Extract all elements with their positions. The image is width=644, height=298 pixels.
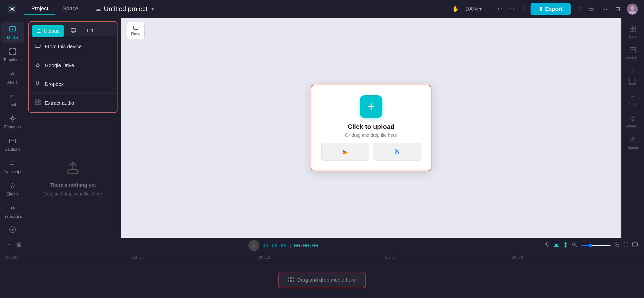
from-device-item[interactable]: From this device	[29, 37, 117, 56]
sidebar-item-captions[interactable]: Captions	[1, 134, 24, 155]
collapse-sidebar-button[interactable]	[6, 223, 19, 237]
ratio-icon	[133, 25, 139, 31]
transitions-icon	[9, 205, 16, 213]
right-item-smart-tools[interactable]: Smart tools	[622, 65, 644, 89]
right-item-audio[interactable]: Audio	[622, 90, 644, 111]
split-view-button[interactable]: ⊟	[614, 4, 622, 14]
google-drive-item[interactable]: Google Drive	[29, 56, 117, 75]
plus-icon: +	[367, 100, 375, 113]
play-preview-button[interactable]: ▷	[438, 4, 446, 14]
ruler-mark-3: 00:15	[385, 255, 511, 260]
zoom-out-button[interactable]	[572, 242, 578, 249]
delete-button[interactable]	[16, 242, 22, 249]
sidebar-item-templates-label: Templates	[3, 58, 22, 62]
total-time: 00:00:00	[294, 242, 318, 249]
time-divider: |	[290, 243, 291, 248]
svg-line-69	[618, 246, 619, 247]
export-button[interactable]: ⬆ Export	[531, 3, 571, 15]
project-title[interactable]: Untitled project	[104, 5, 147, 13]
redo-button[interactable]: ↪	[509, 4, 516, 14]
trim-button[interactable]	[6, 242, 12, 249]
monitor-button[interactable]	[632, 242, 638, 249]
upload-tab-device[interactable]	[66, 25, 81, 37]
split-timeline-button[interactable]	[562, 242, 569, 249]
google-drive-modal-button[interactable]	[321, 143, 369, 161]
svg-rect-44	[630, 26, 633, 29]
upload-modal-buttons	[321, 143, 421, 161]
zoom-slider[interactable]	[581, 245, 611, 246]
fullscreen-timeline-button[interactable]	[623, 242, 629, 249]
transcript-icon	[9, 160, 16, 169]
sidebar-item-effects[interactable]: Effects	[1, 179, 24, 200]
play-button[interactable]: ▷	[248, 240, 259, 251]
tab-space[interactable]: Space	[55, 3, 85, 15]
dropbox-icon	[35, 80, 41, 88]
basic-label: Basic	[628, 35, 637, 39]
upload-tab-upload[interactable]: Upload	[32, 25, 64, 37]
svg-line-65	[576, 246, 577, 247]
help-button[interactable]: ?	[576, 4, 582, 14]
upload-plus-button[interactable]: +	[360, 95, 382, 118]
svg-point-12	[11, 117, 14, 120]
chevron-down-icon[interactable]: ▾	[151, 6, 154, 12]
speed-label: Speed	[628, 145, 638, 150]
sidebar-item-transitions[interactable]: Transitions	[1, 201, 24, 222]
microphone-button[interactable]	[544, 242, 550, 249]
sidebar-item-media[interactable]: Media	[1, 22, 24, 43]
extract-audio-icon	[35, 99, 41, 107]
sidebar-item-text[interactable]: T Text	[1, 89, 24, 111]
timeline-playback-controls: ▷ 00:00:00 | 00:00:00	[248, 240, 318, 251]
video-icon	[87, 28, 93, 34]
upload-cloud-icon	[36, 28, 42, 34]
undo-button[interactable]: ↩	[496, 4, 504, 14]
right-audio-icon	[630, 94, 636, 102]
svg-rect-8	[13, 48, 16, 51]
sidebar-item-captions-label: Captions	[5, 147, 20, 152]
right-item-basic[interactable]: Basic	[622, 22, 644, 42]
timeline-area: ▷ 00:00:00 | 00:00:00	[0, 238, 644, 298]
more-button[interactable]: ···	[601, 4, 609, 14]
ruler-mark-1: 00:05	[132, 255, 259, 260]
sidebar-item-audio[interactable]: Audio	[1, 67, 24, 88]
sidebar-item-templates[interactable]: Templates	[1, 44, 24, 66]
hand-tool-button[interactable]: ✋	[451, 4, 460, 14]
zoom-chevron-icon[interactable]: ▾	[479, 6, 482, 12]
zoom-in-button[interactable]	[614, 242, 620, 249]
animate-icon	[630, 115, 636, 123]
dropbox-item[interactable]: Dropbox	[29, 75, 117, 93]
tab-project[interactable]: Project	[24, 3, 55, 15]
dropbox-modal-button[interactable]	[373, 143, 421, 161]
svg-rect-73	[289, 277, 291, 279]
sidebar-item-transcript[interactable]: Transcript	[1, 156, 24, 178]
svg-rect-41	[35, 103, 37, 105]
ratio-button[interactable]: Ratio	[127, 22, 145, 39]
upload-modal-title: Click to upload	[348, 123, 394, 131]
effects-icon	[9, 182, 16, 191]
sidebar-item-elements[interactable]: Elements	[1, 112, 24, 133]
logo[interactable]	[6, 3, 18, 15]
empty-state: There's nothing yet Drag and drop your f…	[25, 116, 120, 238]
timeline-drop-label: Drag and drop media here	[297, 277, 356, 283]
right-item-background[interactable]: Backgr...	[622, 43, 644, 64]
svg-point-4	[630, 6, 634, 10]
zoom-control[interactable]: 100% ▾	[465, 6, 482, 12]
right-item-speed[interactable]: Speed	[622, 133, 644, 153]
svg-rect-46	[630, 29, 633, 32]
svg-rect-39	[35, 100, 37, 102]
caption-timeline-button[interactable]	[553, 242, 559, 249]
layers-button[interactable]: ☰	[587, 4, 596, 14]
ruler-marks: 00:00 00:05 00:10 00:15 00:20	[6, 255, 638, 260]
topbar-controls: ▷ ✋ 100% ▾ ↩ ↪ ⬆ Export ? ☰ ··· ⊟	[438, 3, 638, 15]
svg-point-1	[9, 7, 11, 8]
sidebar-item-effects-label: Effects	[6, 192, 19, 196]
elements-icon	[9, 115, 16, 124]
extract-audio-item[interactable]: Extract audio	[29, 93, 117, 112]
sidebar-bottom	[6, 223, 19, 238]
upload-tab-video[interactable]	[83, 25, 97, 37]
timeline-drop-zone[interactable]: Drag and drop media here	[278, 272, 365, 288]
from-device-label: From this device	[45, 44, 82, 49]
avatar[interactable]	[627, 4, 638, 15]
sidebar-item-elements-label: Elements	[4, 125, 21, 129]
svg-rect-76	[292, 280, 294, 282]
right-item-animate[interactable]: Animat...	[622, 112, 644, 132]
